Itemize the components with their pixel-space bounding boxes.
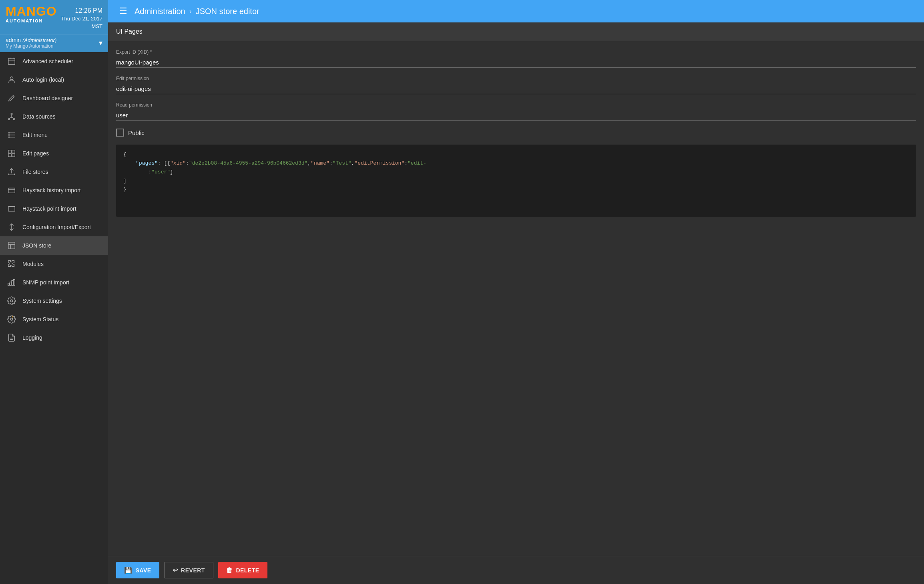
sidebar-label: Haystack point import (22, 205, 76, 212)
svg-rect-22 (8, 188, 15, 193)
sidebar-label: System settings (22, 298, 62, 304)
sidebar-label: Edit pages (22, 150, 49, 157)
content-area: UI Pages Export ID (XID) * Edit permissi… (108, 22, 924, 556)
hamburger-icon: ☰ (119, 6, 127, 16)
code-editor[interactable]: { "pages": [{"xid":"de2e2b08-45a6-4955-a… (116, 145, 916, 217)
clock-time: 12:26 PM (61, 6, 102, 15)
svg-line-5 (13, 95, 14, 97)
svg-rect-19 (12, 150, 15, 153)
breadcrumb-separator: › (189, 7, 192, 16)
sidebar-item-edit-pages[interactable]: Edit pages (0, 144, 108, 163)
sidebar-item-modules[interactable]: Modules (0, 255, 108, 273)
section-title: UI Pages (108, 22, 924, 41)
revert-icon: ↩ (173, 566, 178, 574)
sidebar-label: Haystack history import (22, 187, 80, 193)
sidebar-header: MANGO AUTOMATION 12:26 PM Thu Dec 21, 20… (0, 0, 108, 34)
sidebar-item-edit-menu[interactable]: Edit menu (0, 126, 108, 144)
read-permission-field: Read permission (116, 102, 916, 121)
sidebar-item-snmp[interactable]: SNMP point import (0, 273, 108, 292)
pages-icon (6, 148, 17, 159)
sidebar-item-system-settings[interactable]: System settings (0, 292, 108, 310)
json-icon (6, 240, 17, 251)
puzzle-icon (6, 259, 17, 269)
svg-point-7 (8, 118, 10, 120)
public-checkbox[interactable] (116, 129, 124, 137)
breadcrumb-parent[interactable]: Administration (135, 7, 185, 16)
breadcrumb-current: JSON store editor (196, 7, 259, 16)
save-label: SAVE (136, 567, 151, 574)
sidebar-item-file-stores[interactable]: File stores (0, 163, 108, 181)
logo-automation: AUTOMATION (6, 18, 57, 23)
svg-rect-25 (8, 242, 15, 249)
svg-rect-18 (8, 150, 11, 153)
svg-rect-29 (10, 282, 11, 285)
edit-permission-field: Edit permission (116, 76, 916, 94)
sidebar-label: Edit menu (22, 132, 48, 138)
svg-line-10 (9, 117, 12, 119)
sidebar-item-advanced-scheduler[interactable]: Advanced scheduler (0, 52, 108, 70)
revert-button[interactable]: ↩ REVERT (164, 562, 213, 578)
main-area: ☰ Administration › JSON store editor UI … (108, 0, 924, 584)
topbar: ☰ Administration › JSON store editor (108, 0, 924, 22)
sidebar-item-haystack-point[interactable]: Haystack point import (0, 199, 108, 218)
haystack-point-icon (6, 203, 17, 214)
read-permission-input[interactable] (116, 110, 916, 121)
clock-date: Thu Dec 21, 2017 (61, 15, 102, 22)
snmp-icon (6, 277, 17, 288)
svg-rect-0 (8, 58, 15, 64)
sidebar-label: Logging (22, 334, 42, 341)
svg-point-6 (11, 113, 12, 115)
person-icon (6, 75, 17, 85)
svg-line-11 (12, 117, 14, 119)
save-icon: 💾 (124, 566, 133, 574)
sidebar-item-haystack-history[interactable]: Haystack history import (0, 181, 108, 199)
delete-button[interactable]: 🗑 DELETE (218, 562, 267, 578)
svg-rect-16 (8, 134, 10, 136)
public-label: Public (128, 129, 145, 136)
sidebar: MANGO AUTOMATION 12:26 PM Thu Dec 21, 20… (0, 0, 108, 584)
svg-point-4 (10, 77, 13, 79)
save-button[interactable]: 💾 SAVE (116, 562, 159, 578)
haystack-history-icon (6, 185, 17, 195)
delete-label: DELETE (236, 567, 259, 574)
svg-point-32 (10, 300, 13, 302)
hamburger-menu-button[interactable]: ☰ (116, 4, 131, 18)
sidebar-item-data-sources[interactable]: Data sources (0, 107, 108, 126)
revert-label: REVERT (181, 567, 205, 574)
menu-icon (6, 130, 17, 140)
sidebar-item-system-status[interactable]: ! System Status (0, 310, 108, 328)
sidebar-item-json-store[interactable]: JSON store (0, 236, 108, 255)
sidebar-item-config-import[interactable]: Configuration Import/Export (0, 218, 108, 236)
svg-rect-31 (14, 279, 15, 285)
user-link[interactable]: My Mango Automation (6, 43, 56, 49)
sidebar-label: File stores (22, 169, 48, 175)
logo-mango: MANGO (6, 5, 57, 18)
sidebar-label: JSON store (22, 242, 51, 249)
edit-permission-input[interactable] (116, 84, 916, 94)
svg-rect-24 (8, 206, 15, 211)
form-body: Export ID (XID) * Edit permission Read p… (108, 41, 924, 129)
sidebar-item-auto-login[interactable]: Auto login (local) (0, 70, 108, 89)
export-id-input[interactable] (116, 57, 916, 68)
svg-rect-28 (8, 283, 10, 286)
sidebar-label: System Status (22, 316, 58, 322)
clock-tz: MST (61, 23, 102, 30)
user-dropdown-arrow[interactable]: ▾ (99, 38, 102, 47)
sidebar-label: Auto login (local) (22, 77, 64, 83)
sidebar-item-dashboard-designer[interactable]: Dashboard designer (0, 89, 108, 107)
actions-bar: 💾 SAVE ↩ REVERT 🗑 DELETE (108, 556, 924, 584)
transfer-icon (6, 222, 17, 232)
calendar-icon (6, 56, 17, 66)
svg-rect-17 (8, 136, 10, 138)
sidebar-label: Modules (22, 261, 44, 267)
gear-warning-icon: ! (6, 314, 17, 324)
sidebar-label: Advanced scheduler (22, 58, 73, 64)
sidebar-nav: Advanced scheduler Auto login (local) Da… (0, 52, 108, 584)
sidebar-label: Dashboard designer (22, 95, 73, 101)
log-icon (6, 332, 17, 343)
username: admin (6, 37, 21, 43)
breadcrumb: Administration › JSON store editor (135, 7, 259, 16)
user-role-text: (Administrator) (22, 37, 56, 43)
sidebar-item-logging[interactable]: Logging (0, 328, 108, 347)
upload-icon (6, 167, 17, 177)
